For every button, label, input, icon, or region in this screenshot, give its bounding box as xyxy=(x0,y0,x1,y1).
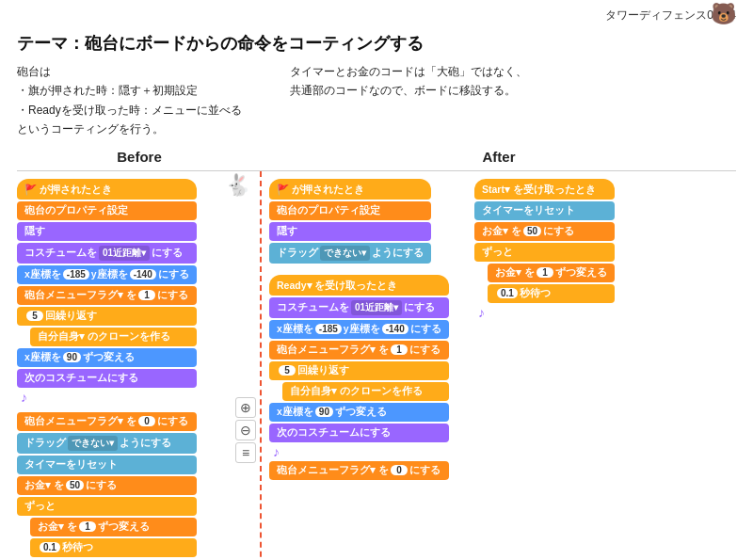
after-start-stack: Start▾ を受け取ったとき タイマーをリセット お金▾ を 50 にする ず… xyxy=(474,179,615,320)
block-repeat: 5 回繰り返す xyxy=(17,307,197,326)
after-block-flag0: 砲台メニューフラグ▾ を 0 にする xyxy=(269,461,449,480)
after-block-changex: x座標を 90 ずつ変える xyxy=(269,403,449,422)
block-flag-event: 🚩 が押されたとき xyxy=(17,179,197,200)
after-block-flag: 🚩 が押されたとき xyxy=(269,179,431,200)
after-block-nextcostume: 次のコスチュームにする xyxy=(269,424,449,442)
block-clone: 自分自身▾ のクローンを作る xyxy=(30,328,197,346)
after-right-blocks: 🐻 Start▾ を受け取ったとき タイマーをリセット お金▾ を 50 にする xyxy=(474,179,736,560)
after-block-forever: ずっと xyxy=(474,243,615,262)
section-labels: Before After xyxy=(17,149,736,165)
block-forever: ずっと xyxy=(17,497,197,516)
block-property-init: 砲台のプロパティ設定 xyxy=(17,201,197,220)
block-flag-var0: 砲台メニューフラグ▾ を 0 にする xyxy=(17,412,197,431)
after-ready-stack: Ready▾ を受け取ったとき コスチュームを 01近距離▾ にする x座標を … xyxy=(269,275,449,480)
after-block-hide: 隠す xyxy=(269,222,431,241)
block-costume: コスチュームを 01近距離▾ にする xyxy=(17,243,197,264)
page-wrapper: タワーディフェンス06-04 テーマ：砲台にボードからの命令をコーティングする … xyxy=(0,0,753,560)
after-block-pos: x座標を -185 y座標を -140 にする xyxy=(269,320,449,339)
zoom-out-button[interactable]: ⊖ xyxy=(235,420,256,440)
desc-right: タイマーとお金のコードは「大砲」ではなく、 共通部のコードなので、ボードに移設す… xyxy=(290,62,736,139)
after-block-ready: Ready▾ を受け取ったとき xyxy=(269,275,449,296)
label-before: Before xyxy=(17,149,262,165)
note-icon-1: ♪ xyxy=(21,390,197,405)
after-block-costume: コスチュームを 01近距離▾ にする xyxy=(269,297,449,318)
after-note-2: ♪ xyxy=(478,305,615,320)
desc-left: 砲台は ・旗が押された時：隠す＋初期設定 ・Readyを受け取った時：メニューに… xyxy=(17,62,262,139)
block-hide: 隠す xyxy=(17,222,197,241)
after-block-money-change: お金▾ を 1 ずつ変える xyxy=(488,264,615,282)
zoom-controls[interactable]: ⊕ ⊖ ≡ xyxy=(235,397,256,463)
block-change-x: x座標を 90 ずつ変える xyxy=(17,348,197,367)
label-after: After xyxy=(262,149,736,165)
block-flag-var1: 砲台メニューフラグ▾ を 1 にする xyxy=(17,286,197,305)
block-wait: 0.1 秒待つ xyxy=(30,538,197,557)
before-column: 🐇 🚩 が押されたとき 砲台のプロパティ設定 隠す コスチュームを 01近距離▾ xyxy=(17,171,262,560)
after-column: 🚩 が押されたとき 砲台のプロパティ設定 隠す ドラッグ できない▾ ようにする xyxy=(262,171,736,560)
block-money-set: お金▾ を 50 にする xyxy=(17,476,197,495)
sprite-icon-before: 🐇 xyxy=(225,173,250,198)
content-area: 🐇 🚩 が押されたとき 砲台のプロパティ設定 隠す コスチュームを 01近距離▾ xyxy=(17,170,736,560)
after-block-repeat: 5 回繰り返す xyxy=(269,361,449,380)
after-left-blocks: 🚩 が押されたとき 砲台のプロパティ設定 隠す ドラッグ できない▾ ようにする xyxy=(269,179,467,560)
block-money-change: お金▾ を 1 ずつ変える xyxy=(30,518,197,536)
description-area: 砲台は ・旗が押された時：隠す＋初期設定 ・Readyを受け取った時：メニューに… xyxy=(17,62,736,139)
after-block-property: 砲台のプロパティ設定 xyxy=(269,201,431,220)
block-position: x座標を -185 y座標を -140 にする xyxy=(17,265,197,284)
after-block-money50: お金▾ を 50 にする xyxy=(474,222,615,241)
after-block-clone: 自分自身▾ のクローンを作る xyxy=(282,382,449,401)
after-block-drag: ドラッグ できない▾ ようにする xyxy=(269,243,431,264)
after-block-wait: 0.1 秒待つ xyxy=(488,284,615,303)
after-note-1: ♪ xyxy=(273,444,449,459)
zoom-in-button[interactable]: ⊕ xyxy=(235,397,256,418)
main-title: テーマ：砲台にボードからの命令をコーティングする xyxy=(17,32,736,55)
after-block-timer-reset: タイマーをリセット xyxy=(474,201,615,220)
after-block-flag1: 砲台メニューフラグ▾ を 1 にする xyxy=(269,341,449,360)
block-next-costume: 次のコスチュームにする xyxy=(17,369,197,388)
after-block-start: Start▾ を受け取ったとき xyxy=(474,179,615,200)
after-flag-stack: 🚩 が押されたとき 砲台のプロパティ設定 隠す ドラッグ できない▾ ようにする xyxy=(269,179,431,264)
block-drag: ドラッグ できない▾ ようにする xyxy=(17,433,197,454)
block-timer-reset: タイマーをリセット xyxy=(17,456,197,474)
before-blocks: 🚩 が押されたとき 砲台のプロパティ設定 隠す コスチュームを 01近距離▾ に… xyxy=(17,179,197,560)
sprite-icon-after: 🐻 xyxy=(711,2,736,26)
zoom-reset-button[interactable]: ≡ xyxy=(235,442,256,463)
